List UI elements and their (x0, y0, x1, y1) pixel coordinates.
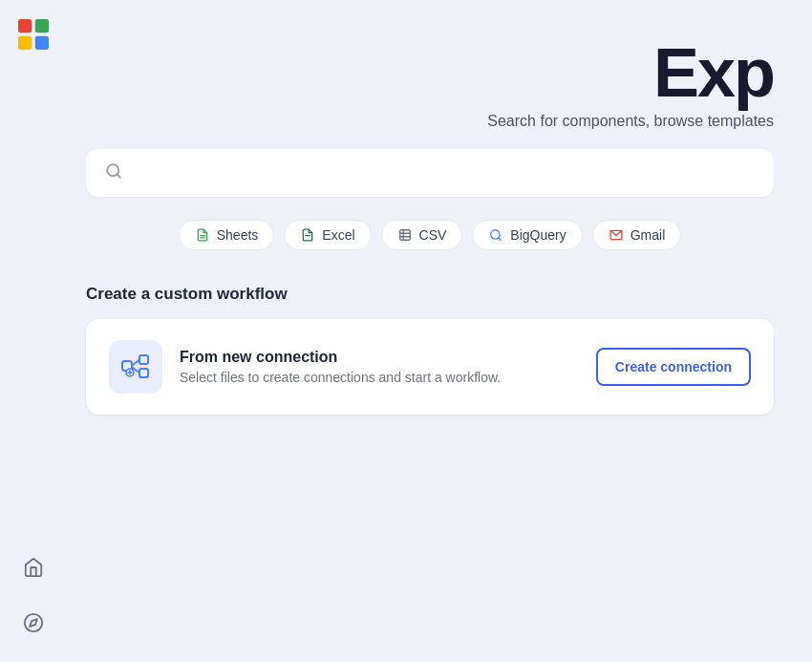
new-connection-icon (120, 352, 151, 382)
svg-rect-0 (18, 19, 32, 32)
home-icon (23, 557, 44, 578)
sheetgo-logo-icon (18, 19, 49, 50)
sidebar-item-home[interactable] (13, 547, 53, 587)
header: Exp Search for components, browse templa… (86, 38, 774, 130)
svg-rect-19 (139, 355, 148, 364)
page-title: Exp (86, 38, 774, 107)
svg-line-21 (132, 360, 139, 367)
workflow-card: From new connection Select files to crea… (86, 319, 774, 415)
search-icon (105, 162, 122, 183)
explore-icon (23, 612, 44, 633)
svg-point-4 (25, 614, 42, 631)
filter-tags: Sheets Excel CSV (86, 220, 774, 250)
card-title: From new connection (180, 349, 579, 366)
bigquery-icon (488, 227, 503, 243)
sidebar-nav (13, 547, 53, 643)
filter-tag-csv[interactable]: CSV (381, 220, 463, 250)
filter-tag-gmail[interactable]: Gmail (592, 220, 682, 250)
main-content: Exp Search for components, browse templa… (67, 0, 812, 662)
card-description: Select files to create connections and s… (180, 370, 579, 385)
svg-rect-20 (139, 369, 148, 377)
svg-rect-11 (399, 230, 410, 241)
excel-icon (300, 227, 315, 243)
sidebar-item-explore[interactable] (13, 603, 53, 643)
filter-tag-sheets[interactable]: Sheets (179, 220, 275, 250)
svg-line-16 (499, 238, 502, 241)
svg-line-7 (117, 174, 119, 177)
filter-tag-sheets-label: Sheets (217, 227, 259, 243)
svg-rect-2 (18, 36, 32, 50)
filter-tag-excel[interactable]: Excel (284, 220, 371, 250)
filter-tag-excel-label: Excel (322, 227, 354, 243)
card-icon-wrap (109, 340, 162, 394)
page-subtitle: Search for components, browse templates (86, 113, 774, 130)
filter-tag-bigquery-label: BigQuery (510, 227, 566, 243)
create-connection-button[interactable]: Create connection (596, 348, 751, 386)
card-text: From new connection Select files to crea… (180, 349, 579, 385)
gmail-icon (609, 227, 624, 243)
svg-rect-1 (35, 19, 49, 32)
filter-tag-gmail-label: Gmail (630, 227, 666, 243)
csv-icon (397, 227, 413, 243)
custom-workflow-title: Create a custom workflow (86, 285, 774, 304)
svg-rect-3 (35, 36, 49, 50)
filter-tag-csv-label: CSV (419, 227, 447, 243)
svg-marker-5 (30, 619, 37, 627)
search-input[interactable] (134, 165, 755, 182)
filter-tag-bigquery[interactable]: BigQuery (472, 220, 582, 250)
sheets-icon (195, 227, 210, 243)
logo (0, 19, 67, 50)
sidebar (0, 0, 67, 662)
search-bar (86, 149, 774, 197)
